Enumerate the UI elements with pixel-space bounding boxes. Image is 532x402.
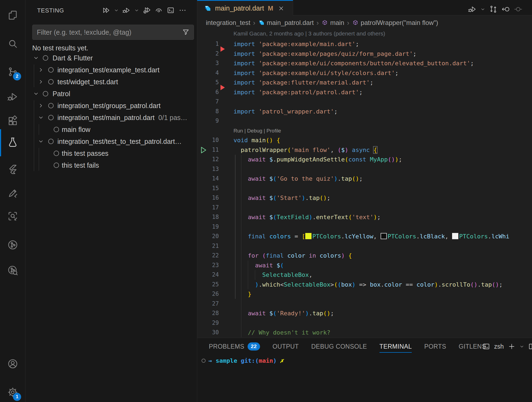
line-number: 30: [197, 328, 219, 338]
panel-tab-label: DEBUG CONSOLE: [311, 343, 367, 350]
token-plain: =>: [355, 281, 370, 288]
test-tree-item[interactable]: Dart & Flutter: [25, 52, 197, 64]
token-plain: [233, 281, 255, 288]
test-tree-item[interactable]: integration_test/groups_patrol.dart: [25, 100, 197, 112]
debug-dropdown[interactable]: [134, 8, 139, 13]
codelens-actions[interactable]: Run | Debug | Profile: [233, 126, 281, 136]
breadcrumb-item[interactable]: integration_test: [206, 19, 250, 27]
deleted-lines-marker-icon[interactable]: [220, 85, 225, 90]
git-blame-annotation: Kamil Gacan, 2 months ago | 3 authors (p…: [233, 30, 385, 37]
activity-item-search[interactable]: [0, 37, 25, 50]
test-state-icon: [48, 115, 54, 120]
split-terminal-button[interactable]: [528, 342, 532, 351]
test-state-icon: [48, 103, 54, 108]
chevron-down-icon[interactable]: [38, 115, 44, 121]
test-tree-item[interactable]: integration_test/main_patrol.dart0/1 pas…: [25, 112, 197, 124]
code-line: await $('Go to the quiz').tap();: [233, 174, 363, 184]
test-item-label: integration_test/example_test.dart: [57, 66, 160, 74]
debug-tests-button[interactable]: [122, 6, 131, 14]
chevron-right-icon[interactable]: [38, 67, 44, 73]
token-string: 'main flow': [291, 147, 330, 153]
test-item-label: integration_test/test_to_test_patrol.dar…: [57, 138, 182, 145]
token-bracket: (): [492, 281, 499, 288]
token-plain: .: [438, 281, 442, 288]
run-with-coverage-button[interactable]: [143, 6, 151, 14]
close-icon[interactable]: [278, 5, 285, 12]
panel-tabs: PROBLEMS22OUTPUTDEBUG CONSOLETERMINALPOR…: [209, 338, 486, 355]
activity-item-explorer[interactable]: [0, 9, 25, 22]
breadcrumb-item[interactable]: patrolWrapper("main flow"): [352, 19, 438, 27]
blame-ring-button[interactable]: [514, 5, 523, 14]
activity-item-source-control[interactable]: 2: [0, 65, 25, 78]
panel-tab-terminal[interactable]: TERMINAL: [379, 338, 412, 355]
run-test-play-icon[interactable]: [199, 146, 207, 154]
activity-item-flutter[interactable]: [0, 163, 25, 176]
tab-main-patrol-dart[interactable]: main_patrol.dart M: [197, 0, 293, 16]
test-tree-item[interactable]: this test fails: [25, 159, 197, 171]
panel-tab-label: OUTPUT: [273, 343, 299, 350]
test-state-icon: [54, 151, 59, 156]
activity-item-extensions[interactable]: [0, 115, 25, 128]
activity-item-flutter-outline[interactable]: [0, 187, 25, 200]
run-all-tests-button[interactable]: [102, 6, 110, 14]
activity-item-widget-inspector[interactable]: [0, 210, 25, 223]
previous-change-button[interactable]: [501, 5, 510, 14]
run-all-dropdown[interactable]: [114, 8, 119, 13]
token-control-keyword: await: [248, 214, 266, 221]
test-tree-item[interactable]: this test passes: [25, 147, 197, 159]
command-decoration-icon[interactable]: [202, 359, 206, 363]
chevron-down-icon[interactable]: [33, 55, 39, 61]
token-string: 'package:patrol/patrol.dart': [259, 89, 359, 96]
token-string: 'package:example/pages/quiz/form_page.da…: [259, 50, 413, 57]
breadcrumb-item[interactable]: main: [322, 19, 344, 27]
chevron-down-icon[interactable]: [33, 91, 39, 97]
terminal-dropdown[interactable]: [520, 344, 524, 349]
breadcrumb: integration_test›main_patrol.dart›main›p…: [206, 15, 438, 30]
test-tree-item[interactable]: test/widget_test.dart: [25, 76, 197, 88]
deleted-lines-marker-icon[interactable]: [220, 46, 225, 52]
token-variable: $: [269, 214, 273, 221]
compare-changes-button[interactable]: [489, 5, 498, 14]
test-filter-input[interactable]: [33, 28, 182, 36]
continuous-run-button[interactable]: [155, 6, 163, 14]
chevron-down-icon[interactable]: [38, 138, 44, 144]
editor-toolbar: [468, 5, 523, 14]
terminal-prompt-line[interactable]: → sample git:( main ) ✗: [202, 357, 283, 364]
test-tree-item[interactable]: integration_test/example_test.dart: [25, 64, 197, 76]
test-tree-item[interactable]: main flow: [25, 124, 197, 135]
activity-item-testing[interactable]: [0, 136, 25, 149]
panel-tab-output[interactable]: OUTPUT: [273, 338, 299, 355]
token-variable: box: [370, 281, 381, 288]
activity-item-settings[interactable]: 1: [0, 386, 25, 399]
activity-item-gitlens-inspect[interactable]: [0, 264, 25, 277]
panel-tab-debug-console[interactable]: DEBUG CONSOLE: [311, 338, 367, 355]
panel-tab-ports[interactable]: PORTS: [424, 338, 446, 355]
token-plain: .: [488, 233, 491, 240]
token-plain: .: [416, 233, 420, 240]
activity-item-accounts[interactable]: [0, 357, 25, 370]
breadcrumb-item[interactable]: main_patrol.dart: [258, 19, 314, 27]
more-actions-button[interactable]: [179, 6, 187, 14]
token-comment: // Why doesn't it work?: [248, 329, 330, 336]
token-plain: [233, 156, 248, 163]
token-plain: ;: [398, 156, 402, 163]
chevron-right-icon[interactable]: [38, 79, 44, 85]
token-bracket: ): [341, 252, 345, 259]
new-terminal-button[interactable]: [508, 342, 516, 351]
test-tree-item[interactable]: Patrol: [25, 88, 197, 100]
chevron-right-icon[interactable]: [38, 103, 44, 109]
debug-file-button[interactable]: [468, 5, 477, 14]
token-plain: ,: [330, 147, 338, 153]
debug-dropdown[interactable]: [481, 7, 485, 12]
tree-indent-guide: [34, 100, 34, 171]
terminal-icon[interactable]: [482, 342, 490, 351]
code-line: void main() {: [233, 135, 280, 145]
activity-item-run-and-debug[interactable]: [0, 90, 25, 103]
token-keyword: import: [233, 89, 255, 96]
panel-tab-problems[interactable]: PROBLEMS22: [209, 338, 260, 355]
test-tree-item[interactable]: integration_test/test_to_test_patrol.dar…: [25, 135, 197, 147]
filter-icon[interactable]: [182, 28, 190, 36]
show-output-button[interactable]: [167, 6, 175, 14]
token-class: TextField: [277, 214, 309, 221]
activity-item-gitlens-commit-graph[interactable]: [0, 238, 25, 251]
